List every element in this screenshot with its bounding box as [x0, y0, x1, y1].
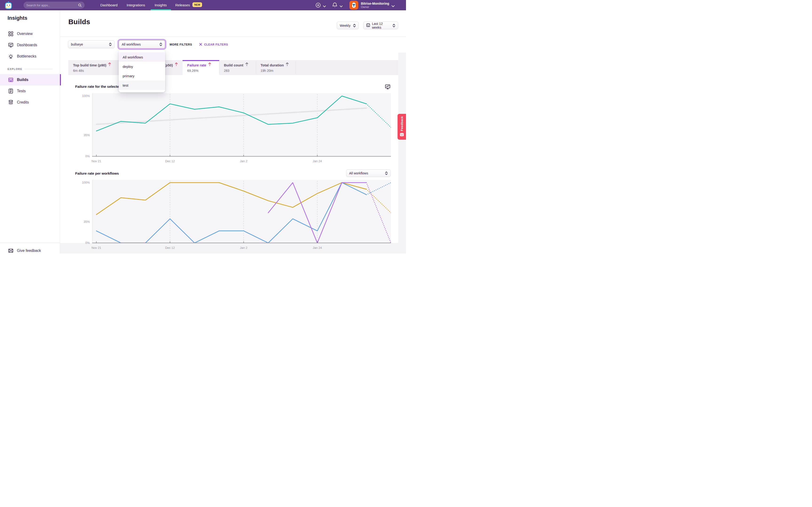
lightbulb-icon: [8, 54, 14, 59]
workflow-select-value: All workflows: [122, 43, 141, 46]
bottom-strip: [60, 243, 406, 253]
tab-label: Failure rate: [187, 63, 206, 67]
failure-rate-chart: 100%35%0%Nov 21Dec 12Jan 2Jan 24: [92, 93, 391, 157]
tab-separator: [219, 61, 219, 74]
trend-up-arrow-icon: [245, 62, 248, 68]
top-nav: Search for apps.. Dashboard Integrations…: [0, 0, 406, 10]
tab-value: 283: [224, 69, 256, 72]
chevron-updown-icon: [393, 24, 395, 27]
chevron-updown-icon: [159, 43, 162, 46]
menu-item-deploy[interactable]: deploy: [119, 62, 165, 71]
tab-failure-rate[interactable]: Failure rate 69.26%: [183, 60, 219, 75]
add-new-chevron-icon[interactable]: [323, 4, 326, 8]
tab-label: Top build time (p90): [73, 63, 106, 67]
granularity-select[interactable]: Weekly: [337, 21, 359, 30]
give-feedback-label: Give feedback: [17, 248, 41, 253]
bitrise-logo-icon[interactable]: [4, 1, 13, 10]
date-range-value: Last 12 weeks: [372, 22, 393, 30]
grid-icon: [8, 31, 14, 37]
active-nav-underline: [151, 9, 171, 10]
header-divider: [60, 37, 406, 37]
search-placeholder: Search for apps..: [26, 3, 50, 7]
x-axis-label: Jan 24: [308, 159, 327, 163]
nav-dashboard[interactable]: Dashboard: [100, 0, 117, 10]
trend-up-arrow-icon: [208, 62, 211, 68]
x-axis-label: Dec 12: [161, 246, 180, 249]
sidebar-item-label: Credits: [17, 100, 29, 105]
feedback-robot-icon: [400, 133, 404, 137]
new-badge: NEW: [192, 2, 202, 7]
menu-item-primary[interactable]: primary: [119, 71, 165, 80]
failure-rate-per-workflow-chart: 100%35%0%Nov 21Dec 12Jan 2Jan 24: [92, 180, 391, 243]
menu-item-test[interactable]: test: [119, 80, 165, 90]
chevron-updown-icon: [109, 43, 112, 46]
tab-build-count[interactable]: Build count 283: [219, 60, 256, 75]
tab-value: 19h 20m: [261, 69, 295, 72]
sidebar-item-dashboards[interactable]: Dashboards: [0, 40, 60, 51]
clear-filters-button[interactable]: CLEAR FILTERS: [199, 43, 228, 47]
calendar-icon: [366, 23, 370, 28]
sidebar-item-label: Dashboards: [17, 43, 37, 47]
tab-label: Total duration: [261, 63, 284, 67]
nav-releases[interactable]: Releases: [175, 0, 190, 10]
sidebar-section-explore: EXPLORE: [7, 68, 22, 70]
feedback-tab[interactable]: Feedback: [398, 114, 406, 139]
clear-filters-label: CLEAR FILTERS: [204, 43, 228, 46]
sidebar-item-builds[interactable]: Builds: [0, 74, 61, 86]
more-filters-button[interactable]: MORE FILTERS: [170, 43, 192, 46]
x-axis-label: Nov 21: [87, 246, 106, 249]
sidebar-item-credits[interactable]: Credits: [0, 97, 60, 108]
x-axis-label: Jan 2: [234, 159, 253, 163]
y-axis-label: 0%: [79, 241, 92, 244]
clear-x-icon: [199, 43, 202, 47]
coins-icon: [8, 100, 14, 105]
account-chevron-icon[interactable]: [392, 4, 395, 8]
right-gutter: [398, 53, 406, 253]
x-axis-label: Jan 2: [234, 246, 253, 249]
tab-label: Build count: [224, 63, 243, 67]
chevron-updown-icon: [385, 171, 388, 175]
y-axis-label: 100%: [79, 181, 92, 184]
workflow-select[interactable]: All workflows: [119, 40, 165, 49]
y-axis-label: 35%: [79, 220, 92, 223]
workspace-name: Bitrise-Monitoring: [361, 2, 389, 5]
sidebar-item-label: Builds: [17, 78, 29, 82]
give-feedback-button[interactable]: Give feedback: [0, 245, 60, 253]
y-axis-label: 100%: [79, 94, 92, 98]
nav-insights[interactable]: Insights: [155, 0, 167, 10]
chart2-title: Failure rate per workflows: [75, 171, 119, 175]
sidebar-item-bottlenecks[interactable]: Bottlenecks: [0, 51, 60, 62]
sidebar-item-label: Overview: [17, 32, 33, 36]
nav-integrations[interactable]: Integrations: [126, 0, 145, 10]
search-icon: [78, 3, 82, 8]
sidebar-title: Insights: [7, 15, 27, 21]
search-input[interactable]: Search for apps..: [23, 2, 85, 9]
workspace-avatar[interactable]: [349, 1, 358, 10]
notifications-chevron-icon[interactable]: [340, 4, 343, 8]
notifications-bell-icon[interactable]: [332, 2, 338, 9]
y-axis-label: 0%: [79, 155, 92, 158]
sidebar-item-label: Tests: [17, 89, 26, 93]
sidebar-item-overview[interactable]: Overview: [0, 28, 60, 40]
app-select[interactable]: bullseye: [68, 40, 115, 48]
date-range-select[interactable]: Last 12 weeks: [363, 21, 398, 30]
add-new-icon[interactable]: [315, 3, 321, 9]
tab-total-duration[interactable]: Total duration 19h 20m: [256, 60, 295, 75]
chevron-updown-icon: [353, 24, 356, 27]
builds-icon: [8, 77, 14, 82]
y-axis-label: 35%: [79, 133, 92, 137]
tab-value: 69.26%: [187, 69, 219, 72]
menu-item-all-workflows[interactable]: All workflows: [119, 52, 165, 62]
clipboard-icon: [8, 88, 14, 94]
chart-monitor-icon[interactable]: [385, 84, 391, 91]
sidebar-item-tests[interactable]: Tests: [0, 86, 60, 97]
tab-separator: [295, 61, 296, 74]
trend-up-arrow-icon: [286, 62, 289, 68]
trend-up-arrow-icon: [175, 62, 178, 68]
page-title: Builds: [68, 18, 90, 26]
monitor-chart-icon: [8, 42, 14, 48]
granularity-value: Weekly: [340, 24, 351, 27]
x-axis-label: Jan 24: [308, 246, 327, 249]
sidebar: Insights Overview Dashboards Bottlenecks…: [0, 10, 60, 253]
chart2-workflow-select[interactable]: All workflows: [346, 169, 391, 177]
